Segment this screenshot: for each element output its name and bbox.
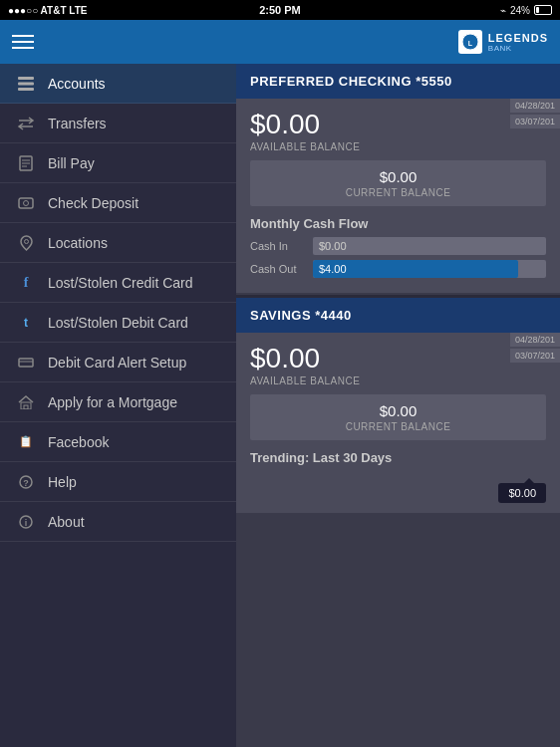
trending-tooltip: $0.00 — [498, 483, 546, 503]
checking-current-balance: $0.00 — [262, 168, 534, 185]
accounts-label: Accounts — [48, 76, 106, 92]
checking-available-balance: $0.00 — [250, 109, 546, 140]
mortgage-label: Apply for a Mortgage — [48, 394, 177, 410]
top-nav: L LEGENDS BANK — [0, 20, 560, 64]
svg-rect-15 — [24, 405, 28, 409]
savings-header: SAVINGS *4440 — [236, 298, 560, 333]
transfers-icon — [16, 114, 36, 133]
checking-available-label: AVAILABLE BALANCE — [250, 141, 546, 152]
cash-out-label: Cash Out — [250, 263, 305, 275]
savings-current-label: CURRENT BALANCE — [262, 421, 534, 432]
svg-text:L: L — [468, 40, 473, 47]
savings-current-box: $0.00 CURRENT BALANCE — [250, 394, 546, 440]
main-area: Accounts Transfers — [0, 64, 560, 747]
sidebar-item-facebook[interactable]: 📋 Facebook — [0, 422, 236, 462]
battery-icon — [534, 5, 552, 15]
svg-rect-9 — [19, 198, 33, 208]
sidebar-item-lostcc[interactable]: f Lost/Stolen Credit Card — [0, 263, 236, 303]
debitcard-label: Debit Card Alert Setup — [48, 355, 186, 371]
cash-out-bar-bg: $4.00 — [313, 260, 546, 278]
savings-body: 04/28/201 03/07/201 $0.00 AVAILABLE BALA… — [236, 333, 560, 513]
status-right: ⌁ 24% — [500, 5, 552, 16]
savings-current-balance: $0.00 — [262, 402, 534, 419]
lostdc-icon: t — [16, 313, 36, 333]
facebook-icon: 📋 — [16, 432, 36, 452]
svg-rect-2 — [18, 77, 34, 80]
sidebar-item-debitcard[interactable]: Debit Card Alert Setup — [0, 343, 236, 382]
lostcc-label: Lost/Stolen Credit Card — [48, 275, 193, 291]
logo-text: LEGENDS BANK — [488, 32, 548, 53]
checking-body: 04/28/201 03/07/201 $0.00 AVAILABLE BALA… — [236, 99, 560, 293]
checking-header: PREFERRED CHECKING *5550 — [236, 64, 560, 99]
checking-cashflow-title: Monthly Cash Flow — [250, 216, 546, 231]
billpay-label: Bill Pay — [48, 155, 95, 171]
carrier-text: ●●●○○ AT&T LTE — [8, 5, 87, 16]
about-label: About — [48, 514, 85, 530]
savings-trending-title: Trending: Last 30 Days — [250, 450, 546, 465]
sidebar-item-mortgage[interactable]: Apply for a Mortgage — [0, 382, 236, 422]
svg-rect-12 — [19, 359, 33, 367]
savings-date2: 03/07/201 — [510, 349, 560, 363]
cash-in-row: Cash In $0.00 $0.00 — [250, 237, 546, 255]
sidebar-item-billpay[interactable]: Bill Pay — [0, 143, 236, 183]
cash-out-bar: $4.00 — [313, 260, 518, 278]
trending-row: $0.00 — [250, 471, 546, 503]
time-text: 2:50 PM — [259, 4, 301, 16]
checkdeposit-label: Check Deposit — [48, 195, 139, 211]
billpay-icon — [16, 153, 36, 173]
savings-date1: 04/28/201 — [510, 333, 560, 347]
cash-in-bar-bg: $0.00 $0.00 — [313, 237, 546, 255]
bluetooth-icon: ⌁ — [500, 5, 506, 16]
status-bar: ●●●○○ AT&T LTE 2:50 PM ⌁ 24% — [0, 0, 560, 20]
facebook-label: Facebook — [48, 434, 109, 450]
about-icon: i — [16, 512, 36, 532]
svg-point-11 — [24, 239, 28, 243]
svg-text:?: ? — [23, 478, 29, 488]
sidebar: Accounts Transfers — [0, 64, 236, 747]
lostdc-label: Lost/Stolen Debit Card — [48, 315, 188, 331]
sidebar-item-help[interactable]: ? Help — [0, 462, 236, 502]
svg-text:i: i — [25, 518, 28, 528]
nav-logo: L LEGENDS BANK — [458, 30, 548, 54]
sidebar-item-lostdc[interactable]: t Lost/Stolen Debit Card — [0, 303, 236, 343]
checking-current-box: $0.00 CURRENT BALANCE — [250, 160, 546, 206]
mortgage-icon — [16, 392, 36, 412]
debitcard-icon — [16, 353, 36, 373]
locations-icon — [16, 233, 36, 253]
svg-rect-3 — [18, 82, 34, 85]
checking-account: PREFERRED CHECKING *5550 04/28/201 03/07… — [236, 64, 560, 293]
checkdeposit-icon — [16, 193, 36, 213]
svg-rect-4 — [18, 88, 34, 91]
locations-label: Locations — [48, 235, 108, 251]
accounts-icon — [16, 74, 36, 94]
svg-point-10 — [24, 200, 29, 205]
transfers-label: Transfers — [48, 116, 107, 131]
checking-date2: 03/07/201 — [510, 115, 560, 128]
checking-current-label: CURRENT BALANCE — [262, 187, 534, 198]
hamburger-button[interactable] — [12, 35, 34, 49]
savings-available-balance: $0.00 — [250, 343, 546, 374]
sidebar-item-about[interactable]: i About — [0, 502, 236, 542]
savings-account: SAVINGS *4440 04/28/201 03/07/201 $0.00 … — [236, 298, 560, 513]
sidebar-item-transfers[interactable]: Transfers — [0, 104, 236, 143]
app-container: L LEGENDS BANK Accounts — [0, 20, 560, 747]
cash-in-amount-display: $0.00 — [319, 240, 347, 252]
help-label: Help — [48, 474, 77, 490]
help-icon: ? — [16, 472, 36, 492]
sidebar-item-accounts[interactable]: Accounts — [0, 64, 236, 104]
logo-icon: L — [458, 30, 482, 54]
sidebar-item-checkdeposit[interactable]: Check Deposit — [0, 183, 236, 223]
savings-available-label: AVAILABLE BALANCE — [250, 375, 546, 386]
content-area: PREFERRED CHECKING *5550 04/28/201 03/07… — [236, 64, 560, 747]
cash-in-label: Cash In — [250, 240, 305, 252]
battery-percent: 24% — [510, 5, 530, 16]
lostcc-icon: f — [16, 273, 36, 293]
checking-date1: 04/28/201 — [510, 99, 560, 113]
cash-out-row: Cash Out $4.00 — [250, 260, 546, 278]
sidebar-item-locations[interactable]: Locations — [0, 223, 236, 263]
cash-out-amount: $4.00 — [319, 263, 347, 275]
